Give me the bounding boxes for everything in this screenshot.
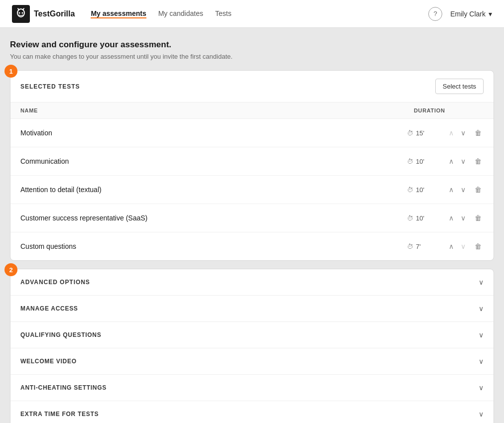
test-actions-customer: ∧ ∨ 🗑 [447,212,484,224]
clock-icon: ⏱ [407,158,413,165]
test-duration-customer: ⏱ 10' [407,214,447,222]
option-chevron-icon: ∨ [479,384,484,392]
nav-links: My assessments My candidates Tests [91,9,412,18]
nav-my-candidates[interactable]: My candidates [158,9,203,18]
select-tests-button[interactable]: Select tests [435,79,484,94]
section-badge-1: 1 [4,65,17,78]
col-name-header: NAME [20,107,414,113]
option-chevron-icon: ∨ [479,331,484,339]
advanced-chevron-icon: ∨ [479,278,484,286]
option-label: QUALIFYING QUESTIONS [20,331,101,338]
clock-icon: ⏱ [407,214,413,222]
navbar: TestGorilla My assessments My candidates… [0,0,504,28]
advanced-options-section: 2 ADVANCED OPTIONS ∨ MANAGE ACCESS ∨ QUA… [10,269,494,423]
move-up-button[interactable]: ∧ [447,127,456,139]
test-name-customer: Customer success representative (SaaS) [20,214,407,222]
table-row: Communication ⏱ 10' ∧ ∨ 🗑 [10,147,494,176]
move-up-button[interactable]: ∧ [447,240,456,252]
move-up-button[interactable]: ∧ [447,212,456,224]
nav-my-assessments[interactable]: My assessments [91,9,146,18]
move-up-button[interactable]: ∧ [447,155,456,167]
test-name-motivation: Motivation [20,129,407,137]
option-extra-time[interactable]: EXTRA TIME FOR TESTS ∨ [10,401,494,423]
move-down-button[interactable]: ∨ [459,240,468,252]
test-actions-attention: ∧ ∨ 🗑 [447,184,484,196]
option-welcome-video[interactable]: WELCOME VIDEO ∨ [10,348,494,375]
clock-icon: ⏱ [407,129,413,137]
col-duration-header: DURATION [414,107,484,113]
selected-tests-title: SELECTED TESTS [20,83,80,90]
page-content: Review and configure your assessment. Yo… [0,28,504,423]
test-name-attention: Attention to detail (textual) [20,186,407,194]
logo-text: TestGorilla [34,9,75,18]
table-row: Attention to detail (textual) ⏱ 10' ∧ ∨ … [10,176,494,204]
test-duration-custom: ⏱ 7' [407,243,447,250]
user-chevron-icon: ▾ [489,10,492,18]
advanced-options-header[interactable]: ADVANCED OPTIONS ∨ [10,269,494,296]
page-subtitle: You can make changes to your assessment … [10,53,494,60]
delete-test-button[interactable]: 🗑 [473,212,484,224]
move-down-button[interactable]: ∨ [459,184,468,196]
clock-icon: ⏱ [407,186,413,194]
clock-icon: ⏱ [407,243,413,250]
option-label: EXTRA TIME FOR TESTS [20,411,99,418]
svg-point-4 [19,12,20,13]
test-actions-motivation: ∧ ∨ 🗑 [447,127,484,139]
test-actions-custom: ∧ ∨ 🗑 [447,240,484,252]
test-name-communication: Communication [20,157,407,165]
duration-value: 10' [416,158,424,165]
option-manage-access[interactable]: MANAGE ACCESS ∨ [10,296,494,322]
move-up-button[interactable]: ∧ [447,184,456,196]
nav-tests[interactable]: Tests [215,9,232,18]
option-anti-cheating[interactable]: ANTI-CHEATING SETTINGS ∨ [10,375,494,401]
move-down-button[interactable]: ∨ [459,127,468,139]
logo[interactable]: TestGorilla [12,5,75,23]
svg-point-5 [22,12,23,13]
page-title: Review and configure your assessment. [10,40,494,50]
option-label: ANTI-CHEATING SETTINGS [20,384,107,391]
option-chevron-icon: ∨ [479,305,484,313]
duration-value: 10' [416,214,424,222]
tests-table-header: NAME DURATION [10,103,494,119]
selected-tests-section: 1 SELECTED TESTS Select tests NAME DURAT… [10,70,494,261]
nav-right: ? Emily Clark ▾ [428,7,492,21]
option-label: WELCOME VIDEO [20,358,77,365]
duration-value: 15' [416,129,424,137]
section-badge-2: 2 [4,263,17,276]
test-duration-communication: ⏱ 10' [407,158,447,165]
option-chevron-icon: ∨ [479,410,484,418]
option-qualifying-questions[interactable]: QUALIFYING QUESTIONS ∨ [10,322,494,348]
help-button[interactable]: ? [428,7,442,21]
logo-icon [12,5,30,23]
svg-rect-0 [12,5,30,23]
test-actions-communication: ∧ ∨ 🗑 [447,155,484,167]
test-duration-motivation: ⏱ 15' [407,129,447,137]
delete-test-button[interactable]: 🗑 [473,127,484,139]
test-duration-attention: ⏱ 10' [407,186,447,194]
selected-tests-header: SELECTED TESTS Select tests [10,71,494,103]
delete-test-button[interactable]: 🗑 [473,155,484,167]
duration-value: 7' [416,243,421,250]
option-chevron-icon: ∨ [479,357,484,365]
table-row: Custom questions ⏱ 7' ∧ ∨ 🗑 [10,232,494,260]
table-row: Customer success representative (SaaS) ⏱… [10,204,494,232]
option-label: MANAGE ACCESS [20,305,78,312]
duration-value: 10' [416,186,424,194]
delete-test-button[interactable]: 🗑 [473,240,484,252]
table-row: Motivation ⏱ 15' ∧ ∨ 🗑 [10,119,494,147]
user-name: Emily Clark [450,10,486,18]
move-down-button[interactable]: ∨ [459,212,468,224]
user-menu[interactable]: Emily Clark ▾ [450,10,492,18]
advanced-options-title: ADVANCED OPTIONS [20,279,90,286]
move-down-button[interactable]: ∨ [459,155,468,167]
test-name-custom: Custom questions [20,242,407,250]
delete-test-button[interactable]: 🗑 [473,184,484,196]
